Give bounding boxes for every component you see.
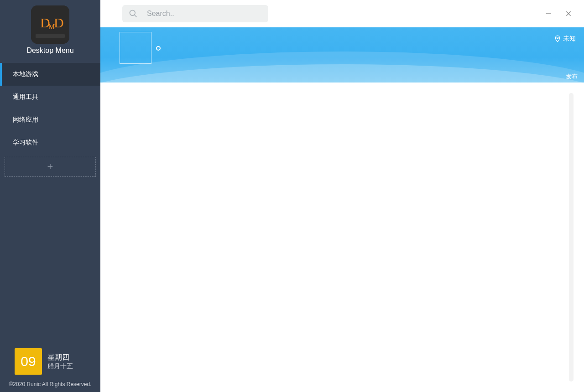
main-area: 未知 发布 <box>100 0 584 392</box>
content-panel <box>110 91 576 384</box>
app-logo-icon: D M D <box>31 5 69 44</box>
sidebar-item-label: 本地游戏 <box>13 70 38 78</box>
date-widget: 09 星期四 腊月十五 <box>0 348 100 378</box>
close-button[interactable] <box>560 5 577 22</box>
svg-line-6 <box>135 15 137 17</box>
topbar <box>100 0 584 27</box>
location-indicator[interactable]: 未知 <box>554 35 576 43</box>
user-avatar-placeholder[interactable] <box>120 32 151 64</box>
status-indicator-icon <box>156 46 161 51</box>
sidebar-item-study-software[interactable]: 学习软件 <box>0 131 100 154</box>
close-icon <box>565 10 572 17</box>
search-box <box>122 5 268 22</box>
minimize-button[interactable] <box>540 5 557 22</box>
sidebar-add-category-button[interactable]: + <box>5 157 96 177</box>
publish-label: 发布 <box>566 73 578 80</box>
publish-button[interactable]: 发布 <box>566 72 578 81</box>
svg-point-10 <box>557 37 558 38</box>
svg-text:D: D <box>54 15 64 30</box>
sidebar-nav: 本地游戏 通用工具 网络应用 学习软件 + <box>0 63 100 177</box>
date-day-badge: 09 <box>15 348 42 375</box>
search-input[interactable] <box>122 5 268 22</box>
svg-point-5 <box>130 10 136 16</box>
app-title: Desktop Menu <box>26 46 73 55</box>
search-icon <box>129 9 138 18</box>
sidebar-item-local-games[interactable]: 本地游戏 <box>0 63 100 86</box>
content-panel-body <box>111 91 569 383</box>
sidebar-item-label: 通用工具 <box>13 93 38 101</box>
date-lunar: 腊月十五 <box>47 362 73 371</box>
vertical-scrollbar[interactable] <box>569 93 574 382</box>
hero-banner: 未知 发布 <box>100 27 584 83</box>
copyright-text: ©2020 Runic All Rights Reserved. <box>0 378 100 392</box>
content-area <box>100 83 584 392</box>
sidebar-item-common-tools[interactable]: 通用工具 <box>0 86 100 108</box>
svg-rect-1 <box>36 34 65 38</box>
date-weekday: 星期四 <box>47 352 73 362</box>
minimize-icon <box>545 10 552 17</box>
location-pin-icon <box>554 35 561 42</box>
sidebar-item-label: 学习软件 <box>13 139 38 147</box>
app-logo-block: D M D Desktop Menu <box>0 0 100 55</box>
sidebar-item-network-apps[interactable]: 网络应用 <box>0 108 100 131</box>
location-label: 未知 <box>563 35 576 43</box>
plus-icon: + <box>47 161 53 173</box>
sidebar-item-label: 网络应用 <box>13 116 38 124</box>
sidebar: D M D Desktop Menu 本地游戏 通用工具 网络应用 学习软件 + <box>0 0 100 392</box>
